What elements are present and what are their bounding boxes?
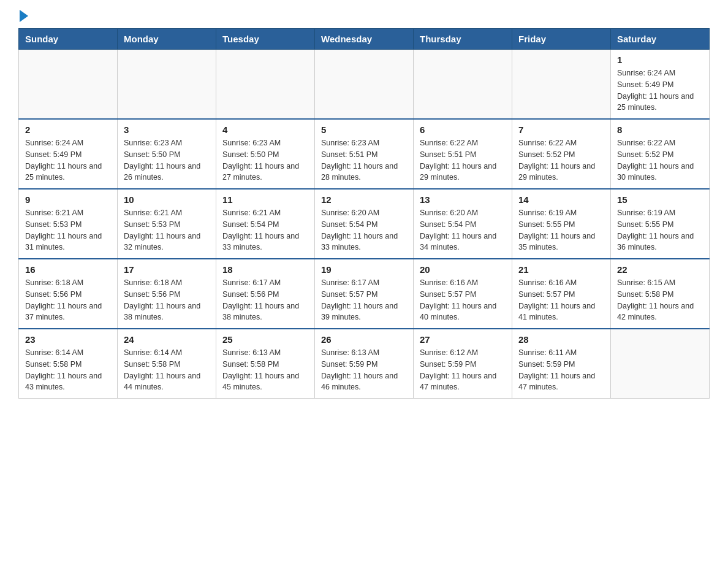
- day-info: Sunrise: 6:20 AMSunset: 5:54 PMDaylight:…: [321, 207, 407, 253]
- calendar-day-cell: 19Sunrise: 6:17 AMSunset: 5:57 PMDayligh…: [315, 259, 414, 329]
- calendar-day-cell: 26Sunrise: 6:13 AMSunset: 5:59 PMDayligh…: [315, 329, 414, 399]
- day-info: Sunrise: 6:14 AMSunset: 5:58 PMDaylight:…: [124, 347, 210, 393]
- calendar-day-cell: 3Sunrise: 6:23 AMSunset: 5:50 PMDaylight…: [118, 119, 216, 189]
- weekday-header-sunday: Sunday: [19, 29, 118, 50]
- day-info: Sunrise: 6:20 AMSunset: 5:54 PMDaylight:…: [420, 207, 506, 253]
- calendar-day-cell: 10Sunrise: 6:21 AMSunset: 5:53 PMDayligh…: [118, 189, 216, 259]
- day-info: Sunrise: 6:11 AMSunset: 5:59 PMDaylight:…: [518, 347, 604, 393]
- day-number: 11: [222, 194, 308, 205]
- day-info: Sunrise: 6:18 AMSunset: 5:56 PMDaylight:…: [25, 277, 111, 323]
- calendar-day-cell: 7Sunrise: 6:22 AMSunset: 5:52 PMDaylight…: [512, 119, 611, 189]
- logo: [18, 12, 28, 22]
- calendar-week-row: 1Sunrise: 6:24 AMSunset: 5:49 PMDaylight…: [19, 50, 710, 120]
- day-number: 23: [25, 334, 111, 345]
- day-info: Sunrise: 6:14 AMSunset: 5:58 PMDaylight:…: [25, 347, 111, 393]
- day-info: Sunrise: 6:19 AMSunset: 5:55 PMDaylight:…: [617, 207, 703, 253]
- day-number: 2: [25, 124, 111, 135]
- day-number: 14: [518, 194, 604, 205]
- page-header: [18, 12, 710, 22]
- day-number: 7: [518, 124, 604, 135]
- day-number: 6: [420, 124, 506, 135]
- day-info: Sunrise: 6:23 AMSunset: 5:50 PMDaylight:…: [222, 137, 308, 183]
- calendar-day-cell: [611, 329, 710, 399]
- calendar-day-cell: 17Sunrise: 6:18 AMSunset: 5:56 PMDayligh…: [118, 259, 216, 329]
- day-info: Sunrise: 6:19 AMSunset: 5:55 PMDaylight:…: [518, 207, 604, 253]
- calendar-day-cell: 22Sunrise: 6:15 AMSunset: 5:58 PMDayligh…: [611, 259, 710, 329]
- day-info: Sunrise: 6:18 AMSunset: 5:56 PMDaylight:…: [124, 277, 210, 323]
- calendar-week-row: 9Sunrise: 6:21 AMSunset: 5:53 PMDaylight…: [19, 189, 710, 259]
- day-info: Sunrise: 6:21 AMSunset: 5:53 PMDaylight:…: [124, 207, 210, 253]
- logo-arrow-icon: [20, 10, 28, 22]
- weekday-header-saturday: Saturday: [611, 29, 710, 50]
- calendar-day-cell: 18Sunrise: 6:17 AMSunset: 5:56 PMDayligh…: [216, 259, 315, 329]
- day-number: 28: [518, 334, 604, 345]
- day-number: 22: [617, 264, 703, 275]
- day-number: 15: [617, 194, 703, 205]
- calendar-day-cell: 1Sunrise: 6:24 AMSunset: 5:49 PMDaylight…: [611, 50, 710, 120]
- day-number: 4: [222, 124, 308, 135]
- calendar-day-cell: 9Sunrise: 6:21 AMSunset: 5:53 PMDaylight…: [19, 189, 118, 259]
- calendar-day-cell: 13Sunrise: 6:20 AMSunset: 5:54 PMDayligh…: [414, 189, 512, 259]
- day-info: Sunrise: 6:13 AMSunset: 5:58 PMDaylight:…: [222, 347, 308, 393]
- day-info: Sunrise: 6:22 AMSunset: 5:51 PMDaylight:…: [420, 137, 506, 183]
- calendar-day-cell: 16Sunrise: 6:18 AMSunset: 5:56 PMDayligh…: [19, 259, 118, 329]
- day-number: 3: [124, 124, 210, 135]
- calendar-day-cell: [216, 50, 315, 120]
- day-number: 26: [321, 334, 407, 345]
- day-number: 13: [420, 194, 506, 205]
- weekday-header-friday: Friday: [512, 29, 611, 50]
- day-number: 27: [420, 334, 506, 345]
- calendar-day-cell: 20Sunrise: 6:16 AMSunset: 5:57 PMDayligh…: [414, 259, 512, 329]
- calendar-day-cell: 15Sunrise: 6:19 AMSunset: 5:55 PMDayligh…: [611, 189, 710, 259]
- day-info: Sunrise: 6:17 AMSunset: 5:57 PMDaylight:…: [321, 277, 407, 323]
- day-info: Sunrise: 6:23 AMSunset: 5:50 PMDaylight:…: [124, 137, 210, 183]
- calendar-day-cell: 23Sunrise: 6:14 AMSunset: 5:58 PMDayligh…: [19, 329, 118, 399]
- calendar-week-row: 16Sunrise: 6:18 AMSunset: 5:56 PMDayligh…: [19, 259, 710, 329]
- day-info: Sunrise: 6:16 AMSunset: 5:57 PMDaylight:…: [420, 277, 506, 323]
- calendar-day-cell: 6Sunrise: 6:22 AMSunset: 5:51 PMDaylight…: [414, 119, 512, 189]
- day-number: 25: [222, 334, 308, 345]
- calendar-day-cell: [315, 50, 414, 120]
- calendar-day-cell: 11Sunrise: 6:21 AMSunset: 5:54 PMDayligh…: [216, 189, 315, 259]
- day-number: 8: [617, 124, 703, 135]
- calendar-day-cell: 24Sunrise: 6:14 AMSunset: 5:58 PMDayligh…: [118, 329, 216, 399]
- weekday-header-monday: Monday: [118, 29, 216, 50]
- calendar-day-cell: 4Sunrise: 6:23 AMSunset: 5:50 PMDaylight…: [216, 119, 315, 189]
- calendar-day-cell: 27Sunrise: 6:12 AMSunset: 5:59 PMDayligh…: [414, 329, 512, 399]
- calendar-day-cell: [19, 50, 118, 120]
- day-number: 12: [321, 194, 407, 205]
- day-number: 19: [321, 264, 407, 275]
- day-number: 21: [518, 264, 604, 275]
- calendar-day-cell: 2Sunrise: 6:24 AMSunset: 5:49 PMDaylight…: [19, 119, 118, 189]
- day-info: Sunrise: 6:22 AMSunset: 5:52 PMDaylight:…: [617, 137, 703, 183]
- day-number: 16: [25, 264, 111, 275]
- calendar-week-row: 23Sunrise: 6:14 AMSunset: 5:58 PMDayligh…: [19, 329, 710, 399]
- day-number: 24: [124, 334, 210, 345]
- calendar-day-cell: 28Sunrise: 6:11 AMSunset: 5:59 PMDayligh…: [512, 329, 611, 399]
- day-info: Sunrise: 6:16 AMSunset: 5:57 PMDaylight:…: [518, 277, 604, 323]
- day-number: 1: [617, 55, 703, 65]
- weekday-header-tuesday: Tuesday: [216, 29, 315, 50]
- day-info: Sunrise: 6:12 AMSunset: 5:59 PMDaylight:…: [420, 347, 506, 393]
- calendar-day-cell: [512, 50, 611, 120]
- day-info: Sunrise: 6:24 AMSunset: 5:49 PMDaylight:…: [25, 137, 111, 183]
- day-number: 5: [321, 124, 407, 135]
- calendar-day-cell: 5Sunrise: 6:23 AMSunset: 5:51 PMDaylight…: [315, 119, 414, 189]
- day-info: Sunrise: 6:13 AMSunset: 5:59 PMDaylight:…: [321, 347, 407, 393]
- day-info: Sunrise: 6:22 AMSunset: 5:52 PMDaylight:…: [518, 137, 604, 183]
- weekday-header-thursday: Thursday: [414, 29, 512, 50]
- calendar-week-row: 2Sunrise: 6:24 AMSunset: 5:49 PMDaylight…: [19, 119, 710, 189]
- weekday-header-wednesday: Wednesday: [315, 29, 414, 50]
- calendar-day-cell: [414, 50, 512, 120]
- day-number: 20: [420, 264, 506, 275]
- day-info: Sunrise: 6:21 AMSunset: 5:53 PMDaylight:…: [25, 207, 111, 253]
- day-number: 10: [124, 194, 210, 205]
- day-number: 18: [222, 264, 308, 275]
- calendar-table: SundayMondayTuesdayWednesdayThursdayFrid…: [18, 28, 710, 399]
- day-number: 17: [124, 264, 210, 275]
- calendar-day-cell: 25Sunrise: 6:13 AMSunset: 5:58 PMDayligh…: [216, 329, 315, 399]
- calendar-day-cell: 21Sunrise: 6:16 AMSunset: 5:57 PMDayligh…: [512, 259, 611, 329]
- day-info: Sunrise: 6:17 AMSunset: 5:56 PMDaylight:…: [222, 277, 308, 323]
- day-number: 9: [25, 194, 111, 205]
- calendar-day-cell: 12Sunrise: 6:20 AMSunset: 5:54 PMDayligh…: [315, 189, 414, 259]
